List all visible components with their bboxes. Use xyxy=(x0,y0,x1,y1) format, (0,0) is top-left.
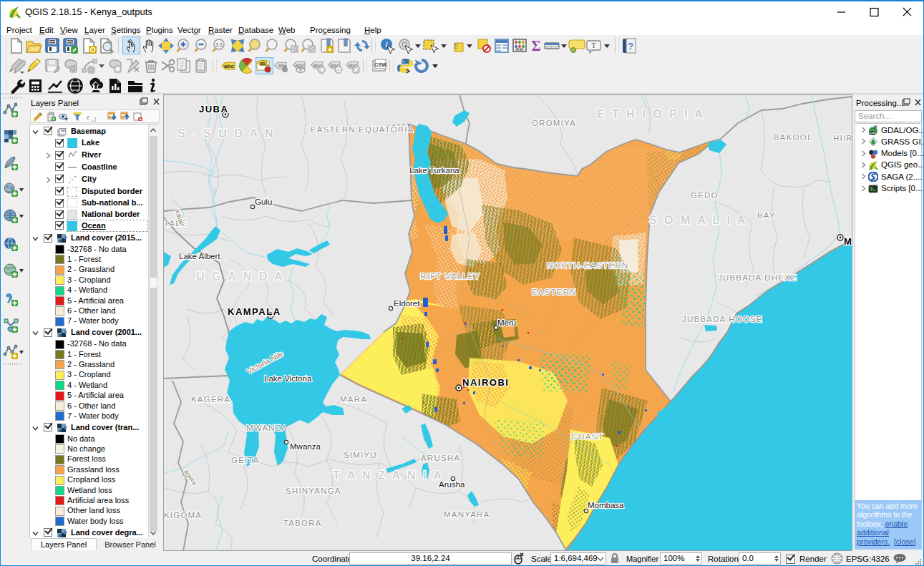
svg-text:GEITA: GEITA xyxy=(231,456,260,464)
svg-text:KAGERA: KAGERA xyxy=(191,395,230,404)
svg-text:1:1: 1:1 xyxy=(215,42,223,47)
svg-text:JUBBADA DHEXE: JUBBADA DHEXE xyxy=(718,273,797,282)
svg-text:ε: ε xyxy=(454,39,459,51)
svg-text:NORTH-EASTERN: NORTH-EASTERN xyxy=(547,261,628,270)
svg-text:Lake Turkana: Lake Turkana xyxy=(409,166,459,175)
svg-text:HIIRA: HIIRA xyxy=(833,134,852,142)
svg-text:T: T xyxy=(591,42,595,49)
svg-text:E T H I O P I A: E T H I O P I A xyxy=(597,108,705,120)
svg-text:?: ? xyxy=(628,41,633,52)
svg-text:Arusha: Arusha xyxy=(439,480,465,489)
svg-text:abc: abc xyxy=(296,62,304,69)
svg-text:SHINYANGA: SHINYANGA xyxy=(286,487,341,495)
svg-text:MARA: MARA xyxy=(340,395,367,404)
svg-text:Gulu: Gulu xyxy=(255,197,272,206)
svg-text:KIGOMA: KIGOMA xyxy=(164,511,202,519)
svg-text:GDAL: GDAL xyxy=(868,131,877,135)
svg-text:abc: abc xyxy=(224,63,234,69)
svg-text:RIFT VALLEY: RIFT VALLEY xyxy=(420,272,480,280)
svg-text:EASTERN EQUATORIA: EASTERN EQUATORIA xyxy=(311,125,414,134)
svg-text:JUBBADA HOOSE: JUBBADA HOOSE xyxy=(682,315,763,323)
svg-text:COAST: COAST xyxy=(571,432,604,441)
svg-text:Lake Victoria: Lake Victoria xyxy=(264,374,312,383)
svg-text:Eldoret: Eldoret xyxy=(394,299,420,308)
svg-text:ab: ab xyxy=(260,61,266,66)
svg-text:ARUSHA: ARUSHA xyxy=(421,454,460,462)
svg-text:Mombasa: Mombasa xyxy=(588,501,624,509)
svg-text:KAMPALA: KAMPALA xyxy=(228,306,281,317)
svg-text:S . S U D A N: S . S U D A N xyxy=(177,127,276,140)
svg-text:GEDO: GEDO xyxy=(691,191,719,200)
svg-text:MANYARA: MANYARA xyxy=(444,510,490,519)
svg-text:T A N Z A N I A: T A N Z A N I A xyxy=(333,469,444,482)
svg-text:MWANZA: MWANZA xyxy=(246,424,288,432)
svg-text:BAY: BAY xyxy=(757,211,776,220)
svg-text:OROMIYA: OROMIYA xyxy=(532,119,576,127)
svg-text:Σ: Σ xyxy=(531,38,540,54)
svg-text:Mwanza: Mwanza xyxy=(290,442,321,451)
svg-text:SIMIYU: SIMIYU xyxy=(344,451,377,459)
svg-text:Meru: Meru xyxy=(497,318,516,327)
svg-text:U G A N D A: U G A N D A xyxy=(196,270,285,283)
svg-text:JUBA: JUBA xyxy=(199,104,228,114)
svg-text:NAIROBI: NAIROBI xyxy=(462,377,509,388)
svg-text:MO: MO xyxy=(844,236,852,247)
svg-text:Lake Albert: Lake Albert xyxy=(179,252,220,260)
svg-text:CSW: CSW xyxy=(374,62,387,68)
svg-text:TABORA: TABORA xyxy=(283,519,322,527)
svg-text:BAKOOL: BAKOOL xyxy=(774,133,813,142)
svg-text:S O M A L I A: S O M A L I A xyxy=(649,214,747,226)
svg-text:EASTERN: EASTERN xyxy=(532,288,577,296)
svg-text:ε: ε xyxy=(87,112,90,121)
